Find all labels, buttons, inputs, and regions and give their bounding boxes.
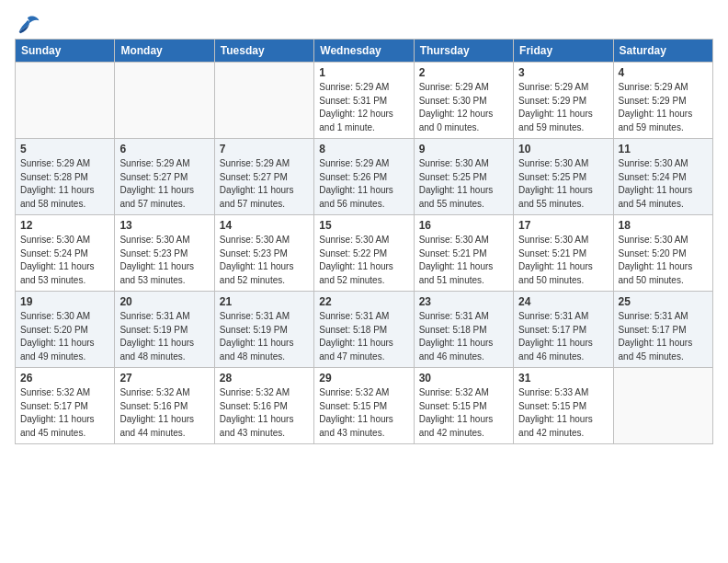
calendar-cell: 10Sunrise: 5:30 AM Sunset: 5:25 PM Dayli… (514, 139, 613, 215)
day-info: Sunrise: 5:29 AM Sunset: 5:27 PM Dayligh… (220, 157, 309, 211)
day-number: 4 (619, 66, 708, 79)
day-info: Sunrise: 5:30 AM Sunset: 5:25 PM Dayligh… (518, 157, 608, 211)
calendar-cell (214, 63, 313, 139)
calendar-cell: 21Sunrise: 5:31 AM Sunset: 5:19 PM Dayli… (214, 292, 313, 368)
page-header (15, 15, 713, 35)
day-info: Sunrise: 5:31 AM Sunset: 5:19 PM Dayligh… (220, 310, 309, 363)
calendar-cell: 25Sunrise: 5:31 AM Sunset: 5:17 PM Dayli… (613, 292, 712, 368)
day-number: 26 (20, 372, 109, 385)
day-info: Sunrise: 5:30 AM Sunset: 5:24 PM Dayligh… (20, 234, 109, 287)
day-number: 8 (319, 143, 408, 155)
day-number: 3 (518, 66, 608, 79)
logo-bird-icon (15, 15, 40, 35)
calendar-cell: 11Sunrise: 5:30 AM Sunset: 5:24 PM Dayli… (613, 139, 712, 215)
calendar-week-row: 19Sunrise: 5:30 AM Sunset: 5:20 PM Dayli… (16, 292, 713, 368)
day-info: Sunrise: 5:29 AM Sunset: 5:29 PM Dayligh… (518, 81, 608, 134)
calendar-cell: 14Sunrise: 5:30 AM Sunset: 5:23 PM Dayli… (214, 215, 313, 292)
day-info: Sunrise: 5:29 AM Sunset: 5:29 PM Dayligh… (619, 81, 708, 134)
day-number: 14 (220, 219, 309, 232)
calendar-cell (115, 63, 214, 139)
day-number: 18 (619, 219, 708, 232)
calendar-cell: 9Sunrise: 5:30 AM Sunset: 5:25 PM Daylig… (414, 139, 513, 215)
day-info: Sunrise: 5:30 AM Sunset: 5:22 PM Dayligh… (319, 234, 408, 287)
day-info: Sunrise: 5:33 AM Sunset: 5:15 PM Dayligh… (518, 386, 608, 440)
calendar-cell: 7Sunrise: 5:29 AM Sunset: 5:27 PM Daylig… (214, 139, 313, 215)
calendar-cell (613, 368, 712, 444)
day-info: Sunrise: 5:29 AM Sunset: 5:28 PM Dayligh… (20, 157, 109, 211)
day-number: 11 (619, 143, 708, 155)
day-number: 7 (220, 143, 309, 155)
day-info: Sunrise: 5:31 AM Sunset: 5:19 PM Dayligh… (119, 310, 209, 363)
calendar-cell: 27Sunrise: 5:32 AM Sunset: 5:16 PM Dayli… (115, 368, 214, 444)
calendar-cell: 20Sunrise: 5:31 AM Sunset: 5:19 PM Dayli… (115, 292, 214, 368)
day-info: Sunrise: 5:30 AM Sunset: 5:20 PM Dayligh… (20, 310, 109, 363)
calendar-cell: 13Sunrise: 5:30 AM Sunset: 5:23 PM Dayli… (115, 215, 214, 292)
calendar-table: SundayMondayTuesdayWednesdayThursdayFrid… (15, 39, 713, 444)
day-number: 9 (419, 143, 508, 155)
calendar-cell: 16Sunrise: 5:30 AM Sunset: 5:21 PM Dayli… (414, 215, 513, 292)
calendar-cell: 17Sunrise: 5:30 AM Sunset: 5:21 PM Dayli… (514, 215, 613, 292)
day-number: 12 (20, 219, 109, 232)
calendar-cell: 30Sunrise: 5:32 AM Sunset: 5:15 PM Dayli… (414, 368, 513, 444)
day-info: Sunrise: 5:30 AM Sunset: 5:21 PM Dayligh… (419, 234, 508, 287)
day-info: Sunrise: 5:32 AM Sunset: 5:15 PM Dayligh… (319, 386, 408, 440)
calendar-cell (16, 63, 115, 139)
day-info: Sunrise: 5:30 AM Sunset: 5:20 PM Dayligh… (619, 234, 708, 287)
day-info: Sunrise: 5:29 AM Sunset: 5:26 PM Dayligh… (319, 157, 408, 211)
calendar-header-row: SundayMondayTuesdayWednesdayThursdayFrid… (16, 40, 713, 63)
column-header-thursday: Thursday (414, 40, 513, 63)
day-number: 6 (119, 143, 209, 155)
calendar-cell: 29Sunrise: 5:32 AM Sunset: 5:15 PM Dayli… (314, 368, 414, 444)
calendar-cell: 19Sunrise: 5:30 AM Sunset: 5:20 PM Dayli… (16, 292, 115, 368)
calendar-cell: 6Sunrise: 5:29 AM Sunset: 5:27 PM Daylig… (115, 139, 214, 215)
day-number: 17 (518, 219, 608, 232)
day-info: Sunrise: 5:32 AM Sunset: 5:16 PM Dayligh… (119, 386, 209, 440)
day-number: 21 (220, 295, 309, 308)
calendar-cell: 23Sunrise: 5:31 AM Sunset: 5:18 PM Dayli… (414, 292, 513, 368)
day-number: 29 (319, 372, 408, 385)
day-number: 31 (518, 372, 608, 385)
calendar-week-row: 5Sunrise: 5:29 AM Sunset: 5:28 PM Daylig… (16, 139, 713, 215)
calendar-cell: 5Sunrise: 5:29 AM Sunset: 5:28 PM Daylig… (16, 139, 115, 215)
day-number: 27 (119, 372, 209, 385)
calendar-cell: 4Sunrise: 5:29 AM Sunset: 5:29 PM Daylig… (613, 63, 712, 139)
day-number: 20 (119, 295, 209, 308)
day-info: Sunrise: 5:29 AM Sunset: 5:31 PM Dayligh… (319, 81, 408, 134)
day-info: Sunrise: 5:32 AM Sunset: 5:17 PM Dayligh… (20, 386, 109, 440)
day-info: Sunrise: 5:31 AM Sunset: 5:17 PM Dayligh… (619, 310, 708, 363)
calendar-cell: 26Sunrise: 5:32 AM Sunset: 5:17 PM Dayli… (16, 368, 115, 444)
calendar-cell: 22Sunrise: 5:31 AM Sunset: 5:18 PM Dayli… (314, 292, 414, 368)
calendar-cell: 2Sunrise: 5:29 AM Sunset: 5:30 PM Daylig… (414, 63, 513, 139)
calendar-cell: 1Sunrise: 5:29 AM Sunset: 5:31 PM Daylig… (314, 63, 414, 139)
calendar-cell: 24Sunrise: 5:31 AM Sunset: 5:17 PM Dayli… (514, 292, 613, 368)
column-header-tuesday: Tuesday (214, 40, 313, 63)
column-header-friday: Friday (514, 40, 613, 63)
day-info: Sunrise: 5:31 AM Sunset: 5:18 PM Dayligh… (319, 310, 408, 363)
calendar-week-row: 12Sunrise: 5:30 AM Sunset: 5:24 PM Dayli… (16, 215, 713, 292)
calendar-cell: 3Sunrise: 5:29 AM Sunset: 5:29 PM Daylig… (514, 63, 613, 139)
day-info: Sunrise: 5:29 AM Sunset: 5:27 PM Dayligh… (119, 157, 209, 211)
day-number: 23 (419, 295, 508, 308)
day-number: 16 (419, 219, 508, 232)
day-number: 19 (20, 295, 109, 308)
day-number: 10 (518, 143, 608, 155)
calendar-cell: 8Sunrise: 5:29 AM Sunset: 5:26 PM Daylig… (314, 139, 414, 215)
column-header-monday: Monday (115, 40, 214, 63)
day-number: 25 (619, 295, 708, 308)
day-info: Sunrise: 5:30 AM Sunset: 5:24 PM Dayligh… (619, 157, 708, 211)
day-info: Sunrise: 5:31 AM Sunset: 5:18 PM Dayligh… (419, 310, 508, 363)
day-info: Sunrise: 5:32 AM Sunset: 5:16 PM Dayligh… (220, 386, 309, 440)
day-number: 13 (119, 219, 209, 232)
day-number: 22 (319, 295, 408, 308)
day-info: Sunrise: 5:31 AM Sunset: 5:17 PM Dayligh… (518, 310, 608, 363)
day-info: Sunrise: 5:30 AM Sunset: 5:23 PM Dayligh… (119, 234, 209, 287)
day-info: Sunrise: 5:29 AM Sunset: 5:30 PM Dayligh… (419, 81, 508, 134)
day-info: Sunrise: 5:30 AM Sunset: 5:25 PM Dayligh… (419, 157, 508, 211)
calendar-cell: 15Sunrise: 5:30 AM Sunset: 5:22 PM Dayli… (314, 215, 414, 292)
day-number: 30 (419, 372, 508, 385)
day-info: Sunrise: 5:32 AM Sunset: 5:15 PM Dayligh… (419, 386, 508, 440)
day-info: Sunrise: 5:30 AM Sunset: 5:23 PM Dayligh… (220, 234, 309, 287)
day-number: 5 (20, 143, 109, 155)
column-header-saturday: Saturday (613, 40, 712, 63)
day-info: Sunrise: 5:30 AM Sunset: 5:21 PM Dayligh… (518, 234, 608, 287)
